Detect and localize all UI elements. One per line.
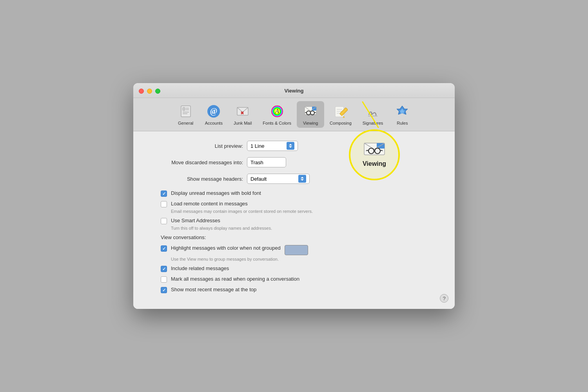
conversations-checkboxes: Highlight messages with color when not g… <box>149 245 439 293</box>
junkmail-icon <box>235 103 250 119</box>
tab-junkmail[interactable]: Junk Mail <box>228 101 257 128</box>
junkmail-label: Junk Mail <box>234 121 252 125</box>
help-button[interactable]: ? <box>440 294 448 303</box>
load-remote-row: Load remote content in messages <box>161 201 439 207</box>
viewing-label: Viewing <box>303 121 318 125</box>
bold-unread-checkbox[interactable] <box>161 191 167 197</box>
fonts-icon: A <box>269 103 285 119</box>
signatures-icon <box>365 103 381 119</box>
window-title: Viewing <box>140 88 448 98</box>
show-headers-value: Default <box>250 176 267 182</box>
include-related-label: Include related messages <box>171 265 229 272</box>
mark-read-row: Mark all messages as read when opening a… <box>161 276 439 283</box>
load-remote-label: Load remote content in messages <box>171 201 248 207</box>
view-conversations-section: View conversations: Highlight messages w… <box>149 234 439 293</box>
mark-read-checkbox[interactable] <box>161 276 167 283</box>
accounts-label: Accounts <box>205 121 223 125</box>
tab-viewing[interactable]: Viewing <box>297 101 324 128</box>
general-label: General <box>178 121 193 125</box>
minimize-button[interactable] <box>147 89 152 94</box>
bold-unread-label: Display unread messages with bold font <box>171 190 261 197</box>
smart-addresses-desc: Turn this off to always display names an… <box>161 226 439 230</box>
svg-text:@: @ <box>210 107 218 116</box>
settings-content: List preview: 1 Line Move discarded mess… <box>133 131 455 309</box>
highlight-color-label: Highlight messages with color when not g… <box>171 245 281 252</box>
include-related-row: Include related messages <box>161 265 439 272</box>
load-remote-checkbox[interactable] <box>161 201 167 207</box>
move-discarded-value: Trash <box>250 160 263 165</box>
smart-addresses-row: Use Smart Addresses <box>161 218 439 224</box>
svg-text:A: A <box>275 108 279 114</box>
show-headers-select[interactable]: Default <box>247 174 310 184</box>
tab-composing[interactable]: Composing <box>324 101 357 128</box>
recent-top-checkbox[interactable] <box>161 287 167 293</box>
list-preview-row: List preview: 1 Line <box>149 141 439 151</box>
tab-rules[interactable]: Rules <box>388 101 416 128</box>
highlight-color-row: Highlight messages with color when not g… <box>161 245 439 255</box>
signatures-label: Signatures <box>363 121 383 125</box>
tab-signatures[interactable]: Signatures <box>357 101 389 128</box>
list-preview-value: 1 Line <box>250 143 264 149</box>
move-discarded-label: Move discarded messages into: <box>149 160 243 165</box>
toolbar: General @ Accounts Junk Mail <box>133 98 455 131</box>
recent-top-label: Show most recent message at the top <box>171 287 256 293</box>
move-discarded-row: Move discarded messages into: Trash <box>149 157 439 167</box>
checkboxes-section: Display unread messages with bold font L… <box>149 190 439 230</box>
move-discarded-select[interactable]: Trash <box>247 157 286 167</box>
general-icon <box>178 103 194 119</box>
list-preview-select[interactable]: 1 Line <box>247 141 298 151</box>
bold-unread-row: Display unread messages with bold font <box>161 190 439 197</box>
color-swatch[interactable] <box>285 245 308 255</box>
view-conversations-title: View conversations: <box>149 234 439 240</box>
tab-accounts[interactable]: @ Accounts <box>200 101 228 128</box>
viewing-icon <box>303 103 318 119</box>
fonts-label: Fonts & Colors <box>263 121 291 125</box>
rules-label: Rules <box>397 121 408 125</box>
svg-rect-0 <box>181 106 191 117</box>
rules-icon <box>394 103 410 119</box>
mark-read-label: Mark all messages as read when opening a… <box>171 276 299 283</box>
traffic-lights <box>139 89 160 94</box>
svg-rect-1 <box>183 107 185 111</box>
maximize-button[interactable] <box>155 89 160 94</box>
title-bar: Viewing <box>133 83 455 98</box>
show-headers-label: Show message headers: <box>149 176 243 182</box>
load-remote-desc: Email messages may contain images or con… <box>161 209 439 214</box>
recent-top-row: Show most recent message at the top <box>161 287 439 293</box>
show-headers-row: Show message headers: Default <box>149 174 439 184</box>
smart-addresses-checkbox[interactable] <box>161 218 167 224</box>
highlight-color-checkbox[interactable] <box>161 245 167 252</box>
composing-label: Composing <box>330 121 352 125</box>
list-preview-label: List preview: <box>149 143 243 149</box>
include-related-checkbox[interactable] <box>161 266 167 272</box>
accounts-icon: @ <box>206 103 221 119</box>
tab-fonts[interactable]: A Fonts & Colors <box>257 101 297 128</box>
show-headers-chevron[interactable] <box>298 175 306 183</box>
list-preview-chevron[interactable] <box>287 142 294 150</box>
composing-icon <box>333 103 348 119</box>
highlight-color-desc: Use the View menu to group messages by c… <box>161 257 439 261</box>
smart-addresses-label: Use Smart Addresses <box>171 218 220 224</box>
tab-general[interactable]: General <box>172 101 200 128</box>
close-button[interactable] <box>139 89 144 94</box>
